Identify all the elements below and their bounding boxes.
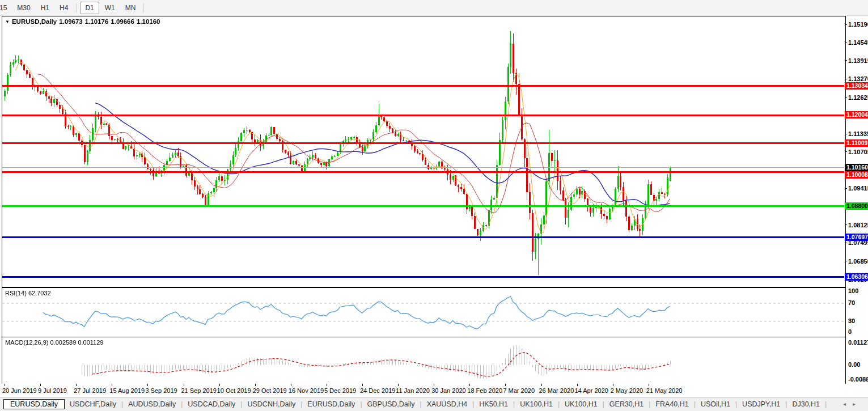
tab-separator: | — [825, 400, 827, 408]
date-axis-label: 3 Sep 2019 — [145, 387, 177, 394]
date-axis-tick — [5, 384, 5, 386]
timeframe-button-W1[interactable]: W1 — [100, 2, 120, 14]
rsi-axis-label: 70 — [848, 299, 868, 306]
date-axis-label: 24 Dec 2019 — [360, 387, 395, 394]
price-axis-label: 1.11335 — [848, 130, 868, 137]
price-axis-tick — [845, 151, 847, 152]
date-axis-label: 16 Nov 2019 — [289, 387, 324, 394]
macd-axis-label: -0.008845 — [848, 376, 868, 383]
chart-open: 1.09673 — [59, 18, 83, 25]
chart-tab-audusd-daily[interactable]: AUDUSD,Daily — [123, 399, 181, 409]
chart-tab-ger30-h1[interactable]: GER30,H1 — [604, 399, 649, 409]
date-axis-tick — [362, 384, 363, 386]
timeframe-button-H1[interactable]: H1 — [36, 2, 54, 14]
chart-symbol: EURUSD,Daily — [12, 18, 57, 25]
toolbar-separator — [76, 3, 77, 12]
price-axis-tick — [845, 224, 847, 225]
rsi-axis-label: 30 — [848, 317, 868, 324]
timeframe-button-MN[interactable]: MN — [121, 2, 141, 14]
price-axis-tick — [845, 79, 847, 79]
date-axis-label: 10 Oct 2019 — [217, 387, 251, 394]
macd-axis-label: 0.00 — [848, 361, 868, 368]
macd-canvas[interactable] — [2, 337, 844, 383]
chart-tab-usdcnh-daily[interactable]: USDCNH,Daily — [242, 399, 300, 409]
chart-title: ▼EURUSD,Daily1.096731.101761.096661.1016… — [5, 18, 162, 25]
date-axis-label: 15 Aug 2019 — [109, 387, 145, 394]
price-level-badge: 1.11009 — [845, 139, 868, 147]
tab-scroll-arrows: ◂▸ — [843, 401, 862, 407]
date-axis-tick — [505, 384, 506, 386]
date-axis-tick — [255, 384, 256, 386]
date-axis-tick — [184, 384, 184, 386]
rsi-indicator-pane[interactable]: RSI(14) 62.7032 — [2, 287, 846, 337]
chart-tab-dj30-h1[interactable]: DJ30,H1 — [787, 399, 825, 409]
timeframe-button-H4[interactable]: H4 — [55, 2, 73, 14]
mt4-window: 15M30H1H4D1W1MN ▼EURUSD,Daily1.096731.10… — [0, 0, 868, 411]
date-axis-tick — [147, 384, 148, 386]
date-axis-label: 21 May 2020 — [646, 387, 683, 394]
price-level-badge: 1.10160 — [845, 164, 868, 171]
date-axis-label: 18 Feb 2020 — [467, 387, 502, 394]
price-axis-tick — [845, 60, 847, 61]
tabs-scroll-right-icon[interactable]: ▸ — [853, 401, 862, 407]
chart-tab-uk100-h1[interactable]: UK100,H1 — [515, 399, 558, 409]
date-axis-tick — [577, 384, 578, 386]
price-axis-label: 1.10705 — [848, 149, 868, 155]
chart-tab-usdcad-daily[interactable]: USDCAD,Daily — [183, 399, 240, 409]
date-axis-label: 2 May 2020 — [611, 387, 643, 394]
date-axis-label: 7 Mar 2020 — [503, 387, 535, 394]
rsi-label: RSI(14) 62.7032 — [5, 290, 51, 296]
chart-tab-eurusd-daily[interactable]: EURUSD,Daily — [302, 399, 360, 409]
date-axis-tick — [649, 384, 649, 386]
date-axis-label: 21 Sep 2019 — [181, 387, 217, 394]
price-axis-tick — [845, 134, 847, 134]
timeframe-button-D1[interactable]: D1 — [80, 2, 99, 14]
date-axis: 20 Jun 20199 Jul 201927 Jul 201915 Aug 2… — [0, 384, 868, 397]
chart-tab-hk50-h1[interactable]: HK50,H1 — [474, 399, 513, 409]
price-axis-label: 1.08125 — [848, 222, 868, 228]
chart-dropdown-icon[interactable]: ▼ — [5, 19, 10, 24]
rsi-canvas[interactable] — [2, 288, 844, 336]
date-axis-label: 26 Mar 2020 — [539, 387, 574, 394]
chart-tabs-bar: EURUSD,DailyUSDCHF,Daily|AUDUSD,Daily|US… — [0, 397, 868, 411]
tabs-scroll-left-icon[interactable]: ◂ — [843, 401, 853, 407]
date-axis-tick — [291, 384, 291, 386]
price-axis-label: 1.15190 — [848, 21, 868, 28]
candlestick-chart-canvas[interactable] — [2, 16, 844, 286]
macd-axis-label: 0.011277 — [848, 339, 868, 346]
main-chart-pane[interactable]: ▼EURUSD,Daily1.096731.101761.096661.1016… — [2, 16, 846, 287]
price-axis-tick — [845, 97, 847, 98]
price-axis-tick — [845, 43, 847, 43]
date-axis-label: 20 Jun 2019 — [2, 387, 37, 394]
price-axis-label: 1.13270 — [848, 75, 868, 82]
date-axis-tick — [398, 384, 399, 386]
chart-tab-uk100-h1[interactable]: UK100,H1 — [560, 399, 603, 409]
chart-tab-fra40-h1[interactable]: FRA40,H1 — [650, 399, 693, 409]
timeframe-toolbar: 15M30H1H4D1W1MN — [0, 0, 868, 16]
date-axis-tick — [219, 384, 220, 386]
chart-tab-gbpusd-daily[interactable]: GBPUSD,Daily — [362, 399, 420, 409]
chart-tab-xauusd-h4[interactable]: XAUUSD,H4 — [422, 399, 473, 409]
price-level-badge: 1.13034 — [845, 82, 868, 90]
date-axis-tick — [469, 384, 470, 386]
chart-tab-eurusd-daily[interactable]: EURUSD,Daily — [3, 399, 65, 409]
price-axis-label: 1.09415 — [848, 185, 868, 192]
price-axis-label: 1.14545 — [848, 39, 868, 46]
date-axis-tick — [434, 384, 434, 386]
chart-close: 1.10160 — [137, 18, 160, 25]
price-axis-label: 1.12625 — [848, 94, 868, 101]
date-axis-label: 5 Dec 2019 — [324, 387, 356, 394]
timeframe-button-15[interactable]: 15 — [0, 2, 11, 14]
chart-low: 1.09666 — [111, 18, 134, 25]
macd-label: MACD(12,26,9) 0.002589 0.001129 — [5, 339, 103, 346]
price-axis-label: 1.06850 — [848, 258, 868, 265]
timeframe-button-M30[interactable]: M30 — [12, 2, 35, 14]
chart-tab-usdchf-daily[interactable]: USDCHF,Daily — [65, 399, 121, 409]
chart-tab-usoil-h1[interactable]: USOil,H1 — [696, 399, 735, 409]
price-level-badge: 1.12004 — [845, 111, 868, 118]
date-axis-label: 30 Jan 2020 — [431, 387, 466, 394]
macd-indicator-pane[interactable]: MACD(12,26,9) 0.002589 0.001129 — [2, 337, 846, 385]
chart-tab-usdjpy-h1[interactable]: USDJPY,H1 — [737, 399, 785, 409]
rsi-axis-label: 100 — [848, 287, 868, 294]
date-axis-label: 29 Oct 2019 — [253, 387, 287, 394]
